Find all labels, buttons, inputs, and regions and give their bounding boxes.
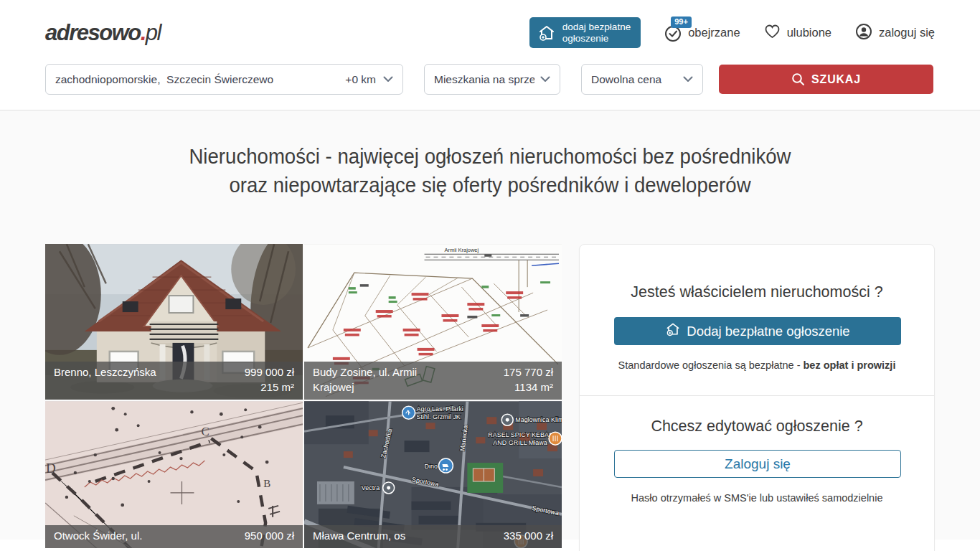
page-title: Nieruchomości - najwięcej ogłoszeń nieru… [39, 110, 941, 199]
category-select[interactable]: Mieszkania na sprzedaż [424, 64, 560, 95]
radius-value: +0 km [345, 73, 376, 86]
favorites-label: ulubione [787, 26, 831, 39]
logo-brand: adresowo [45, 20, 141, 45]
house-plus-icon [537, 24, 556, 42]
listing-caption: Brenno, Leszczyńska 999 000 zł 215 m² [45, 362, 303, 400]
logo-dot: . [141, 20, 146, 45]
main-content: Nieruchomości - najwięcej ogłoszeń nieru… [0, 110, 980, 540]
map-label-kebab-1: RASEL SPICY KEBAB [488, 431, 553, 438]
listing-name: Mława Centrum, os [313, 528, 405, 543]
user-icon [854, 22, 873, 44]
listing-name: Brenno, Leszczyńska [54, 364, 156, 380]
listing-price: 999 000 zł [245, 364, 294, 380]
map-label-dino: Dino [425, 463, 438, 470]
chevron-down-icon [540, 76, 550, 83]
listing-card-mlawa[interactable]: Agro Las. Pilarki Stihl. Grzmil JK Maglo… [304, 401, 562, 548]
check-circle-icon: 99+ [664, 24, 682, 42]
viewed-label: obejrzane [688, 26, 740, 39]
add-listing-label-line2: ogłoszenie [562, 33, 609, 44]
map-label-vectra: Vectra [362, 484, 380, 491]
edit-panel-note: Hasło otrzymałeś w SMS'ie lub ustawiłeś … [614, 492, 900, 504]
listing-caption: Otwock Świder, ul. 950 000 zł [45, 525, 303, 548]
search-button[interactable]: SZUKAJ [719, 65, 933, 94]
owner-panel-note: Standardowe ogłoszenia są bezpłatne - be… [614, 359, 900, 371]
sidebar-add-listing-button[interactable]: Dodaj bezpłatne ogłoszenie [614, 317, 901, 345]
chevron-down-icon [683, 76, 693, 83]
location-input[interactable]: zachodniopomorskie, Szczecin Świerczewo … [45, 64, 403, 95]
listing-price: 950 000 zł [245, 528, 294, 543]
map-label-agro-1: Agro Las. Pilarki [417, 405, 463, 413]
sidebar-login-button[interactable]: Zaloguj się [614, 450, 901, 478]
radius-dropdown[interactable]: +0 km [345, 73, 393, 86]
login-link[interactable]: zaloguj się [854, 22, 935, 44]
header: adresowo.pl dodaj bezpłatne ogłoszenie [0, 0, 980, 110]
owner-panel: Jesteś właścicielem nieruchomości ? Doda… [580, 245, 934, 395]
login-label: zaloguj się [879, 26, 935, 39]
listing-card-brenno[interactable]: Brenno, Leszczyńska 999 000 zł 215 m² [45, 244, 303, 400]
sketch-letter-d: D [46, 461, 56, 476]
price-select[interactable]: Dowolna cena [581, 64, 703, 95]
add-listing-label-line1: dodaj bezpłatne [562, 22, 631, 32]
listings-grid: Brenno, Leszczyńska 999 000 zł 215 m² Ar… [45, 244, 562, 551]
sketch-letter-b: B [263, 478, 270, 489]
listing-name: Otwock Świder, ul. [54, 528, 142, 543]
search-bar: zachodniopomorskie, Szczecin Świerczewo … [45, 64, 935, 95]
listing-name-line2: Krajowej [313, 380, 354, 395]
listing-area: 1134 m² [514, 380, 553, 395]
category-value: Mieszkania na sprzedaż [434, 73, 534, 86]
favorites-link[interactable]: ulubione [763, 22, 831, 43]
listing-area: 215 m² [260, 380, 294, 395]
location-value: zachodniopomorskie, Szczecin Świerczewo [55, 73, 273, 86]
edit-panel-title: Chcesz edytować ogłoszenie ? [614, 418, 900, 435]
sketch-letter-c: C [201, 425, 209, 438]
map-label-maglownica: Maglownica Klimek [515, 416, 562, 423]
listing-caption: Mława Centrum, os 335 000 zł [304, 525, 562, 548]
listing-card-budy-zosine[interactable]: Armii Krajowej [304, 244, 562, 400]
listing-price: 175 770 zł [504, 364, 553, 380]
page-title-line1: Nieruchomości - najwięcej ogłoszeń nieru… [189, 144, 791, 168]
owner-panel-title: Jesteś właścicielem nieruchomości ? [614, 283, 900, 301]
viewed-count-badge: 99+ [671, 17, 692, 28]
add-listing-button[interactable]: dodaj bezpłatne ogłoszenie [529, 17, 641, 48]
heart-icon [763, 22, 781, 43]
viewed-link[interactable]: 99+ obejrzane [664, 24, 740, 42]
map-label-agro-2: Stihl. Grzmil JK [417, 413, 461, 420]
listing-price: 335 000 zł [504, 528, 553, 543]
listing-card-otwock[interactable]: C B D Otwock Św [45, 401, 303, 548]
house-plus-icon [665, 321, 681, 341]
price-value: Dowolna cena [591, 73, 661, 86]
sidebar: Jesteś właścicielem nieruchomości ? Doda… [579, 244, 935, 551]
plan-road-label: Armii Krajowej [444, 247, 479, 253]
owner-note-bold: bez opłat i prowizji [804, 359, 896, 371]
search-icon [791, 72, 805, 86]
map-label-kebab-2: AND GRILL Mława [493, 439, 547, 446]
listing-caption: Budy Zosine, ul. Armii 175 770 zł Krajow… [304, 362, 562, 400]
site-logo[interactable]: adresowo.pl [45, 20, 161, 46]
sidebar-add-listing-label: Dodaj bezpłatne ogłoszenie [687, 324, 849, 339]
edit-panel: Chcesz edytować ogłoszenie ? Zaloguj się… [580, 395, 934, 551]
chevron-down-icon [383, 76, 393, 83]
logo-tld: pl [146, 20, 161, 45]
search-button-label: SZUKAJ [811, 73, 861, 86]
page-title-line2: oraz niepowtarzające się oferty pośredni… [229, 173, 750, 197]
listing-name: Budy Zosine, ul. Armii [313, 364, 417, 380]
